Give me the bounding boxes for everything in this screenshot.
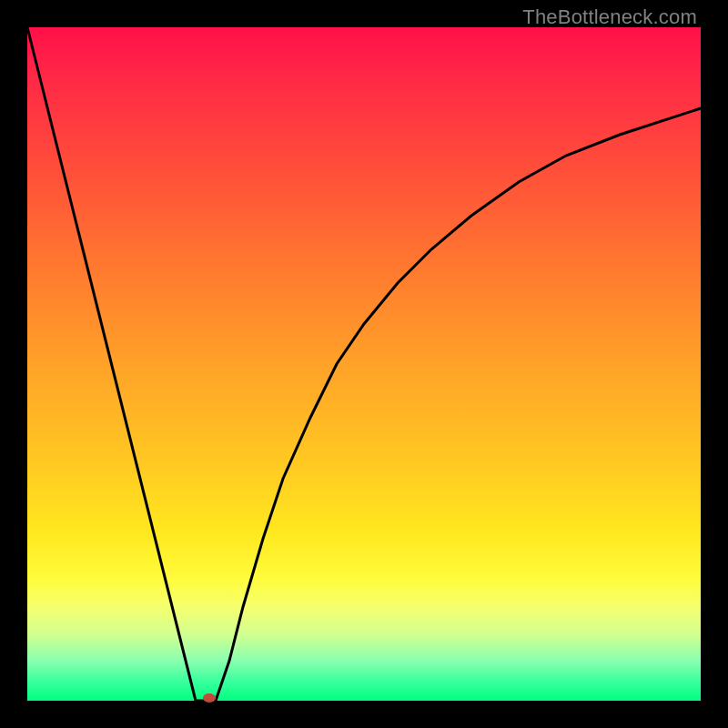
curve-left-arm	[27, 27, 196, 701]
chart-frame: TheBottleneck.com	[0, 0, 728, 728]
curve-right-arm	[216, 108, 701, 701]
optimal-point-marker	[203, 693, 216, 703]
plot-area	[27, 27, 701, 701]
watermark-text: TheBottleneck.com	[522, 5, 697, 29]
bottleneck-curve	[27, 27, 701, 701]
